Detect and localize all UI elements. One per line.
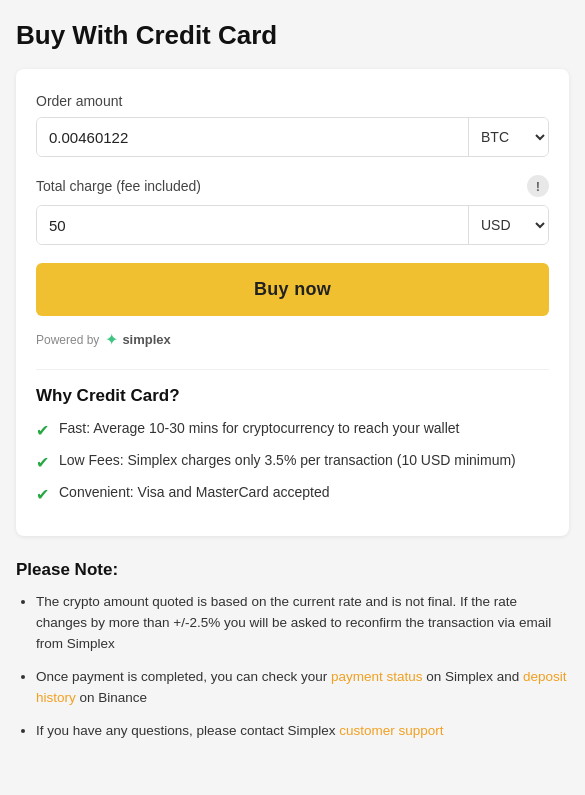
checkmark-icon-3: ✔ [36,485,49,504]
checkmark-icon-2: ✔ [36,453,49,472]
customer-support-link[interactable]: customer support [339,723,443,738]
checkmark-icon-1: ✔ [36,421,49,440]
please-note-section: Please Note: The crypto amount quoted is… [16,560,569,742]
order-amount-label: Order amount [36,93,122,109]
simplex-hex-icon: ✦ [105,330,118,349]
note-2-text-before: Once payment is completed, you can check… [36,669,331,684]
note-item-2: Once payment is completed, you can check… [36,667,569,709]
note-3-text-before: If you have any questions, please contac… [36,723,339,738]
note-2-text-after: on Binance [76,690,147,705]
order-currency-select[interactable]: BTC ETH BNB [468,118,548,156]
powered-by-text: Powered by [36,333,99,347]
order-amount-input-row: BTC ETH BNB [36,117,549,157]
total-charge-label-row: Total charge (fee included) ! [36,175,549,197]
benefit-item-1: ✔ Fast: Average 10-30 mins for cryptocur… [36,420,549,440]
total-charge-input[interactable] [37,206,468,244]
note-item-3: If you have any questions, please contac… [36,721,569,742]
simplex-logo: ✦ simplex [105,330,170,349]
info-icon[interactable]: ! [527,175,549,197]
benefit-item-3: ✔ Convenient: Visa and MasterCard accept… [36,484,549,504]
why-credit-card-title: Why Credit Card? [36,386,549,406]
benefit-text-2: Low Fees: Simplex charges only 3.5% per … [59,452,516,468]
order-amount-input[interactable] [37,118,468,156]
total-charge-input-row: USD EUR GBP [36,205,549,245]
total-charge-currency-select[interactable]: USD EUR GBP [468,206,548,244]
note-2-text-middle: on Simplex and [422,669,523,684]
please-note-title: Please Note: [16,560,569,580]
total-charge-label: Total charge (fee included) [36,178,201,194]
note-1-text: The crypto amount quoted is based on the… [36,594,551,651]
benefit-text-3: Convenient: Visa and MasterCard accepted [59,484,330,500]
buy-card: Order amount BTC ETH BNB Total charge (f… [16,69,569,536]
benefit-item-2: ✔ Low Fees: Simplex charges only 3.5% pe… [36,452,549,472]
powered-by-row: Powered by ✦ simplex [36,330,549,349]
why-credit-card-section: Why Credit Card? ✔ Fast: Average 10-30 m… [36,369,549,504]
page-title: Buy With Credit Card [16,20,569,51]
benefit-text-1: Fast: Average 10-30 mins for cryptocurre… [59,420,459,436]
note-list: The crypto amount quoted is based on the… [16,592,569,742]
order-amount-label-row: Order amount [36,93,549,109]
note-item-1: The crypto amount quoted is based on the… [36,592,569,655]
simplex-name: simplex [122,332,170,347]
payment-status-link[interactable]: payment status [331,669,423,684]
buy-now-button[interactable]: Buy now [36,263,549,316]
